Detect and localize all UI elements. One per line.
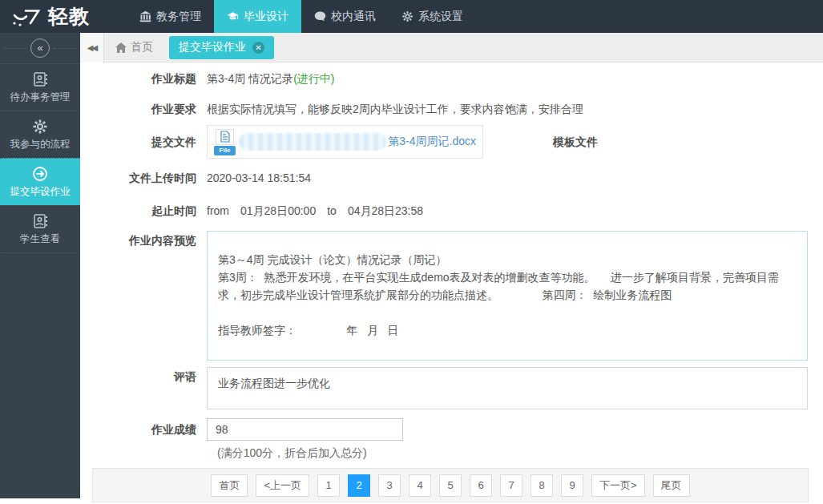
pagination-page-2-active[interactable]: 2 — [348, 474, 370, 497]
gear-icon — [401, 10, 414, 22]
upload-time-label: 文件上传时间 — [92, 168, 196, 187]
score-row: 作业成绩 — [92, 418, 809, 441]
tab-home[interactable]: 首页 — [104, 33, 164, 62]
address-book-icon — [32, 71, 48, 87]
requirements-row: 作业要求 根据实际情况填写，能够反映2周内毕业设计工作，要求内容饱满，安排合理 — [92, 99, 809, 119]
pagination-last-button[interactable]: 尾页 — [653, 474, 690, 497]
period-value: from01月28日00:00to04月28日23:58 — [207, 201, 423, 220]
tab-label: 提交毕设作业 — [179, 40, 246, 54]
pagination-page-9[interactable]: 9 — [561, 474, 583, 497]
pagination-first-button[interactable]: 首页 — [211, 474, 248, 497]
upload-time-value: 2020-03-14 18:51:54 — [207, 168, 311, 187]
content-preview-box[interactable]: 第3～4周 完成设计（论文）情况记录（周记） 第3周： 熟悉开发环境，在平台实现… — [207, 231, 808, 361]
divider — [4, 48, 26, 49]
nav-menu: 教务管理 毕业设计 校内通讯 系统设置 — [127, 0, 476, 33]
period-label: 起止时间 — [92, 201, 196, 220]
brand-name: 轻教 — [48, 3, 90, 30]
divider — [54, 48, 76, 49]
gear-icon — [32, 119, 48, 135]
main-content: 作业标题 第3-4周 情况记录(进行中) 作业要求 根据实际情况填写，能够反映2… — [80, 62, 823, 504]
sidebar-collapse-icon[interactable]: « — [30, 38, 50, 58]
nav-item-system-settings[interactable]: 系统设置 — [389, 0, 476, 33]
app-window: 轻教 教务管理 毕业设计 校内通讯 — [0, 0, 823, 504]
tab-bar: ◀◀ 首页 提交毕设作业 ✕ — [80, 33, 823, 62]
requirements-value: 根据实际情况填写，能够反映2周内毕业设计工作，要求内容饱满，安排合理 — [207, 99, 583, 119]
nav-item-label: 毕业设计 — [244, 10, 288, 24]
chat-bubble-icon — [314, 10, 326, 22]
comment-row: 评语 业务流程图进一步优化 — [92, 367, 809, 409]
sidebar-item-label: 学生查看 — [0, 232, 80, 246]
work-title-text: 第3-4周 情况记录 — [207, 72, 293, 85]
work-title-row: 作业标题 第3-4周 情况记录(进行中) — [92, 69, 809, 88]
content-preview-label: 作业内容预览 — [92, 231, 196, 250]
tab-label: 首页 — [131, 40, 153, 54]
top-navbar: 轻教 教务管理 毕业设计 校内通讯 — [0, 0, 823, 33]
pagination-page-4[interactable]: 4 — [409, 474, 431, 497]
pagination-prev-button[interactable]: <上一页 — [256, 474, 309, 497]
period-from-word: from — [207, 204, 229, 217]
home-icon — [115, 42, 127, 53]
pagination-page-5[interactable]: 5 — [439, 474, 462, 497]
pagination-next-button[interactable]: 下一页> — [591, 474, 645, 497]
nav-item-graduation-design[interactable]: 毕业设计 — [214, 0, 301, 33]
nav-item-academic-admin[interactable]: 教务管理 — [127, 0, 214, 33]
nav-item-campus-messages[interactable]: 校内通讯 — [301, 0, 389, 33]
graduation-cap-icon — [227, 10, 239, 22]
pagination-page-1[interactable]: 1 — [317, 474, 340, 497]
period-row: 起止时间 from01月28日00:00to04月28日23:58 — [92, 201, 809, 220]
sidebar-item-label: 待办事务管理 — [0, 91, 80, 104]
submitted-file-row: 提交文件 File 第3-4周周记.docx 模板文件 — [92, 125, 809, 159]
sidebar-collapse-row: « — [0, 33, 80, 63]
sidebar: « 待办事务管理 我参与的流程 提交毕设作业 — [0, 33, 80, 498]
template-file-label: 模板文件 — [553, 125, 598, 159]
submitted-file-box: File 第3-4周周记.docx — [207, 125, 483, 159]
score-label: 作业成绩 — [92, 418, 196, 441]
submitted-file-label: 提交文件 — [92, 125, 196, 159]
pagination-page-7[interactable]: 7 — [500, 474, 522, 497]
sidebar-item-my-flows[interactable]: 我参与的流程 — [0, 111, 80, 158]
content-preview-row: 作业内容预览 第3～4周 完成设计（论文）情况记录（周记） 第3周： 熟悉开发环… — [92, 231, 809, 361]
comment-label: 评语 — [92, 367, 196, 386]
file-icon: File — [214, 129, 236, 155]
pagination-page-3[interactable]: 3 — [378, 474, 401, 497]
period-from-value: 01月28日00:00 — [240, 204, 316, 217]
sidebar-item-pending-tasks[interactable]: 待办事务管理 — [0, 63, 80, 111]
nav-item-label: 系统设置 — [418, 10, 463, 24]
period-to-word: to — [327, 204, 337, 217]
document-glyph — [216, 129, 234, 145]
nav-item-label: 校内通讯 — [331, 10, 376, 24]
upload-time-row: 文件上传时间 2020-03-14 18:51:54 — [92, 168, 809, 187]
tab-scroll-left-icon[interactable]: ◀◀ — [80, 33, 104, 62]
requirements-label: 作业要求 — [92, 99, 196, 119]
sidebar-item-submit-homework[interactable]: 提交毕设作业 — [0, 158, 80, 205]
sidebar-item-label: 我参与的流程 — [0, 138, 80, 151]
tab-submit-homework[interactable]: 提交毕设作业 ✕ — [169, 36, 274, 59]
score-note: (满分100分，折合后加入总分) — [207, 444, 809, 462]
work-title-value: 第3-4周 情况记录(进行中) — [207, 69, 334, 88]
doc-outline-icon — [220, 131, 230, 143]
comment-box[interactable]: 业务流程图进一步优化 — [207, 367, 808, 409]
redacted-filename-blur — [239, 133, 386, 151]
pagination-bar: 首页 <上一页 1 2 3 4 5 6 7 8 9 下一页> 尾页 — [92, 468, 809, 502]
arrow-circle-right-icon — [32, 166, 48, 182]
pagination-page-8[interactable]: 8 — [531, 474, 553, 497]
close-icon[interactable]: ✕ — [252, 42, 264, 54]
work-title-label: 作业标题 — [92, 69, 196, 88]
period-to-value: 04月28日23:58 — [348, 204, 423, 217]
pagination-page-6[interactable]: 6 — [470, 474, 492, 497]
sidebar-item-student-view[interactable]: 学生查看 — [0, 205, 80, 253]
brand-logo-icon — [11, 6, 42, 27]
file-badge: File — [214, 146, 236, 155]
nav-item-label: 教务管理 — [156, 10, 201, 24]
submitted-file-link[interactable]: 第3-4周周记.docx — [388, 135, 476, 149]
sidebar-item-label: 提交毕设作业 — [0, 185, 80, 199]
score-input[interactable] — [207, 418, 403, 441]
bank-icon — [139, 10, 151, 22]
brand[interactable]: 轻教 — [0, 0, 104, 33]
status-badge: (进行中) — [293, 72, 334, 85]
address-book-icon — [32, 213, 48, 229]
